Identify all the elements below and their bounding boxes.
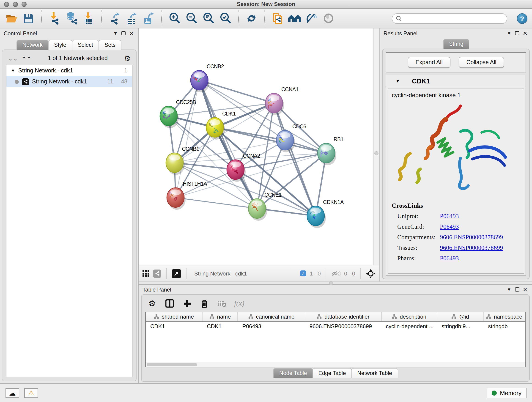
network-options-gear-icon[interactable]: ⚙ <box>124 54 131 63</box>
tab-network[interactable]: Network <box>17 40 49 50</box>
network-results-splitter[interactable] <box>374 28 380 265</box>
network-node-CCNA1[interactable]: CCNA1 <box>265 86 298 115</box>
panel-menu-icon[interactable]: ▼ <box>506 31 512 36</box>
show-selected-button[interactable] <box>322 11 336 26</box>
crosslink-link[interactable]: P06493 <box>440 223 459 230</box>
column-header-shared-name[interactable]: shared name <box>146 312 202 321</box>
import-network-file-icon <box>49 12 60 25</box>
import-network-file-button[interactable] <box>48 11 61 26</box>
grid-view-icon[interactable] <box>143 270 149 277</box>
delete-column-icon[interactable] <box>199 298 209 308</box>
crosslink-link[interactable]: P06493 <box>440 213 459 220</box>
panel-close-icon[interactable]: ✕ <box>128 30 135 36</box>
toolbar-separator <box>238 11 239 26</box>
tab-select[interactable]: Select <box>72 40 99 50</box>
column-header-database-identifier[interactable]: database identifier <box>305 312 381 321</box>
scrollbar-thumb[interactable] <box>147 363 197 366</box>
export-image-button[interactable] <box>142 11 155 26</box>
column-header-name[interactable]: name <box>202 312 238 321</box>
birdseye-view-icon[interactable] <box>172 269 181 278</box>
network-node-HIST1H1A[interactable]: HIST1H1A <box>167 181 207 210</box>
export-network-button[interactable] <box>108 11 121 26</box>
splitter-grip[interactable] <box>329 281 333 285</box>
panel-menu-icon[interactable]: ▼ <box>506 287 512 292</box>
panel-menu-icon[interactable]: ▼ <box>112 31 119 36</box>
column-header-canonical-name[interactable]: canonical name <box>238 312 305 321</box>
tab-node-table[interactable]: Node Table <box>273 368 313 378</box>
zoom-in-button[interactable] <box>168 11 181 26</box>
network-row[interactable]: String Network - cdk1 11 48 <box>6 76 132 87</box>
crosslink-link[interactable]: 9606.ENSP00000378699 <box>440 244 503 252</box>
selected-checkbox-icon[interactable]: ✓ <box>300 270 306 276</box>
tab-style[interactable]: Style <box>48 40 72 50</box>
export-table-button[interactable] <box>125 11 138 26</box>
panel-float-icon[interactable] <box>515 31 519 35</box>
node-description: cyclin-dependent kinase 1 <box>392 92 520 99</box>
network-node-CCNB2[interactable]: CCNB2 <box>191 64 224 92</box>
network-node-count: 11 <box>107 78 113 85</box>
memory-button[interactable]: Memory <box>487 388 526 398</box>
table-cell: P06493 <box>238 321 305 331</box>
table-panel-splitter[interactable] <box>139 281 532 284</box>
network-collection-row[interactable]: ▼ String Network - cdk1 1 <box>6 65 132 76</box>
zoom-out-button[interactable] <box>185 11 198 26</box>
network-node-CCNA2[interactable]: CCNA2 <box>227 153 260 182</box>
crosslink-link[interactable]: P06493 <box>440 255 459 262</box>
crosslink-link[interactable]: 9606.ENSP00000378699 <box>440 234 503 241</box>
tab-edge-table[interactable]: Edge Table <box>312 368 352 378</box>
network-edge-RB1-CCNE1[interactable] <box>257 153 326 209</box>
panel-float-icon[interactable] <box>121 31 126 35</box>
node-section-header[interactable]: ▼ CDK1 <box>386 75 526 87</box>
network-badge-icon[interactable] <box>153 269 161 278</box>
network-node-RB1[interactable]: RB1 <box>317 136 343 165</box>
column-header-namespace[interactable]: namespace <box>483 312 525 321</box>
collapse-all-networks-icon[interactable]: ⌄⌄ <box>8 55 18 61</box>
network-edge-CCNB2-RB1[interactable] <box>199 80 326 153</box>
panel-close-icon[interactable]: ✕ <box>522 286 528 293</box>
show-columns-icon[interactable] <box>165 298 175 308</box>
import-table-button[interactable] <box>82 11 95 26</box>
column-header-@id[interactable]: @id <box>437 312 483 321</box>
add-column-icon[interactable] <box>182 298 192 308</box>
expand-all-button[interactable]: Expand All <box>408 57 450 68</box>
toolbar-search[interactable] <box>392 13 507 24</box>
expand-all-networks-icon[interactable]: ⌃⌃ <box>22 56 32 62</box>
help-button[interactable]: ? <box>517 13 527 24</box>
table-settings-icon[interactable]: ⚙ <box>147 298 157 308</box>
tree-expander-icon[interactable]: ▼ <box>11 68 15 73</box>
pan-crosshair-icon[interactable] <box>366 268 376 279</box>
hidden-counts: 0 - 0 <box>344 270 355 277</box>
search-input[interactable] <box>404 16 503 21</box>
network-edge-CCNB2-CCNA1[interactable] <box>199 80 274 103</box>
tab-network-table[interactable]: Network Table <box>351 368 398 378</box>
section-expander-icon[interactable]: ▼ <box>395 78 400 83</box>
panel-close-icon[interactable]: ✕ <box>522 30 528 36</box>
zoom-selected-button[interactable] <box>219 11 232 26</box>
apply-layout-button[interactable] <box>245 11 259 26</box>
collapse-all-button[interactable]: Collapse All <box>459 57 504 68</box>
network-node-CDKN1A[interactable]: CDKN1A <box>307 199 344 228</box>
open-session-button[interactable] <box>5 11 18 26</box>
table-row[interactable]: CDK1CDK1P064939606.ENSP00000378699cyclin… <box>146 321 525 331</box>
cloud-status-button[interactable]: ☁ <box>6 388 19 398</box>
save-session-button[interactable] <box>22 11 35 26</box>
zoom-fit-button[interactable] <box>202 11 215 26</box>
copy-document-button[interactable] <box>271 11 285 26</box>
zoom-fit-icon <box>203 12 215 24</box>
network-edge-CCNB2-HIST1H1A[interactable] <box>176 80 199 198</box>
warnings-button[interactable]: ⚠ <box>24 388 38 398</box>
column-header-description[interactable]: description <box>381 312 437 321</box>
tab-string[interactable]: String <box>443 39 469 49</box>
network-edge-CDC6-CCNE1[interactable] <box>257 140 285 209</box>
table-horizontal-scrollbar[interactable] <box>146 362 525 367</box>
hide-selected-button[interactable] <box>305 11 318 26</box>
network-node-CCNE1[interactable]: CCNE1 <box>248 192 282 221</box>
show-all-networks-button[interactable] <box>288 11 302 26</box>
network-canvas[interactable]: CCNB2CCNA1CDC25BCDK1CDC6RB1CCNB1CCNA2CDK… <box>139 28 374 265</box>
import-network-database-button[interactable] <box>65 11 78 26</box>
splitter-grip[interactable] <box>374 151 379 155</box>
tab-sets[interactable]: Sets <box>99 40 121 50</box>
network-edge-CCNB2-CCNE1[interactable] <box>199 80 257 209</box>
panel-float-icon[interactable] <box>515 287 519 292</box>
network-edge-HIST1H1A-CCNE1[interactable] <box>176 198 257 209</box>
